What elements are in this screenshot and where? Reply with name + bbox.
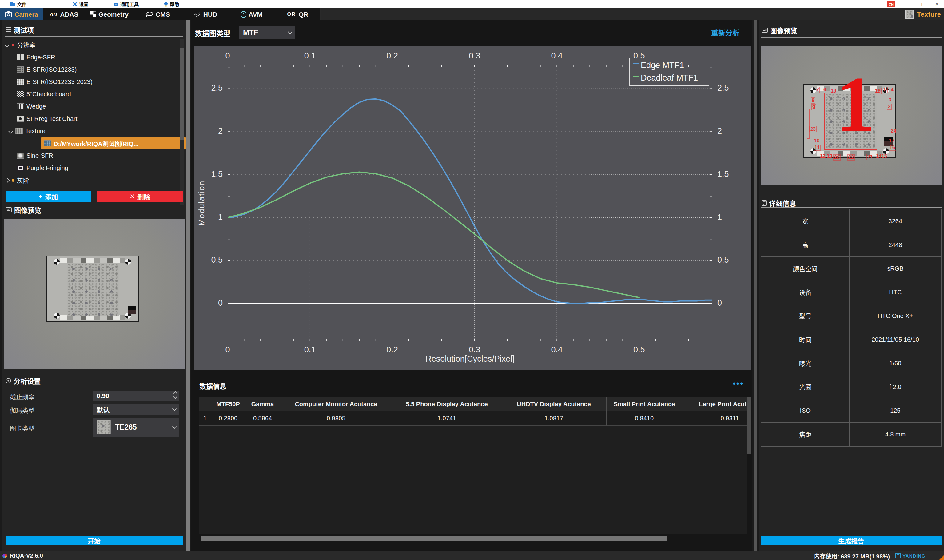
table-row: 10.28000.59640.98051.07411.08170.84100.9… <box>199 411 747 426</box>
bullet-icon <box>12 44 14 46</box>
tree-item-label: Sine-SFR <box>26 152 53 159</box>
tab-hud[interactable]: HUD <box>182 8 229 20</box>
fiducial-marker <box>125 259 131 265</box>
detail-label: 时间 <box>761 328 850 351</box>
axis-tick-label: 0.3 <box>469 51 480 61</box>
tree-item[interactable]: 5°Checkerboard <box>3 88 186 100</box>
delete-button[interactable]: ✕ 删除 <box>97 191 183 202</box>
chart-type-dropdown[interactable]: TE265 <box>93 418 179 437</box>
gray-patch-strip <box>60 258 125 263</box>
close-button[interactable]: ✕ <box>930 0 944 8</box>
tree-scrollbar-thumb[interactable] <box>180 48 184 140</box>
roi-marker: 8 <box>811 97 815 104</box>
exif-detail-table: 宽3264高2448颜色空间sRGB设备HTC型号HTC One X+时间202… <box>761 209 941 446</box>
tree-item[interactable]: Wedge <box>3 100 186 112</box>
spinner-arrows-icon[interactable] <box>174 392 177 398</box>
start-button-label: 开始 <box>88 536 100 545</box>
detail-value: 3264 <box>850 209 941 233</box>
mirror-icon <box>146 12 153 17</box>
vertical-scrollbar-thumb[interactable] <box>747 397 751 454</box>
axis-tick-label: 0.5 <box>194 255 223 265</box>
panel-splitter-left[interactable] <box>186 20 190 551</box>
chevron-down-icon[interactable] <box>5 43 9 47</box>
axis-tick-label: 1 <box>717 212 722 222</box>
chevron-right-icon[interactable] <box>5 178 9 182</box>
menu-settings[interactable]: 设置 <box>72 1 88 8</box>
table-header-cell: Small Print Acutance <box>607 397 682 411</box>
wedge-thumbnail-icon <box>17 103 24 109</box>
minimize-button[interactable]: – <box>902 0 916 8</box>
detail-value: f 2.0 <box>850 375 941 398</box>
divider <box>5 387 183 388</box>
datatype-dropdown[interactable]: MTF <box>239 26 295 39</box>
axis-tick-label: 0.5 <box>633 345 645 355</box>
horizontal-scrollbar-thumb[interactable] <box>202 536 667 541</box>
image-preview-right[interactable]: 1 76191854893223241011171612132022211415 <box>761 46 941 185</box>
roi-marker: 22 <box>847 154 855 160</box>
detail-label: 曝光 <box>761 351 850 375</box>
maximize-button[interactable]: □ <box>916 0 930 8</box>
tree-item[interactable]: E-SFR(ISO12233-2023) <box>3 75 186 88</box>
resize-grip[interactable] <box>939 555 944 560</box>
detail-row: 曝光1/60 <box>761 351 941 375</box>
image-preview-title-left: 图像预览 <box>14 205 41 215</box>
axis-tick-label: 0.2 <box>387 51 398 61</box>
avm-car-icon <box>241 11 246 18</box>
input-method-badge[interactable]: CN <box>887 1 895 7</box>
tree-item-selected[interactable]: D:/MYwork/RIQA测试图/RIQ... <box>41 137 186 149</box>
cutoff-frequency-spinner[interactable]: 0.90 <box>93 391 179 401</box>
chevron-down-icon[interactable] <box>9 129 13 133</box>
tab-adas[interactable]: AD ADAS <box>43 8 85 20</box>
titlebar: 文件 设置 通用工具 帮助 CN – □ ✕ <box>0 0 944 8</box>
start-button[interactable]: 开始 <box>6 536 183 545</box>
roi-marker: 15 <box>881 153 888 159</box>
menu-tools[interactable]: 通用工具 <box>114 1 139 8</box>
roi-marker: 6 <box>822 87 827 93</box>
roi-region <box>891 111 895 142</box>
tree-item[interactable]: 灰阶 <box>3 174 186 186</box>
tree-item[interactable]: 分辨率 <box>3 39 186 51</box>
table-header-cell: 5.5 Phone Display Acutance <box>393 397 501 411</box>
gamma-type-dropdown[interactable]: 默认 <box>93 404 179 415</box>
data-info-table[interactable]: MTF50PGammaComputer Monitor Acutance5.5 … <box>199 397 747 534</box>
tab-camera[interactable]: Camera <box>0 8 43 20</box>
tab-geometry[interactable]: Geometry <box>85 8 134 20</box>
roi-marker: 16 <box>889 145 896 151</box>
axis-tick-label: 1.5 <box>194 169 223 179</box>
axis-tick-label: 0.5 <box>717 255 729 265</box>
divider <box>5 36 183 37</box>
add-button-label: 添加 <box>45 192 58 201</box>
menu-file[interactable]: 文件 <box>11 1 26 8</box>
brand-name: YANDING <box>902 553 926 558</box>
image-index-overlay: 1 <box>834 72 877 135</box>
tree-item[interactable]: E-SFR(ISO12233) <box>3 63 186 75</box>
add-button[interactable]: + 添加 <box>6 191 91 202</box>
roi-marker: 21 <box>867 154 874 160</box>
yanding-logo-icon <box>895 553 901 558</box>
tab-qr[interactable]: ΩR QR <box>275 8 320 20</box>
menu-help[interactable]: 帮助 <box>164 1 179 8</box>
legend-entry: Edge MTF1 <box>633 61 705 70</box>
series-deadleaf-mtf1 <box>228 172 639 297</box>
tab-cms[interactable]: CMS <box>134 8 182 20</box>
tree-item[interactable]: Sine-SFR <box>3 149 186 162</box>
more-options-icon[interactable]: ••• <box>733 379 744 388</box>
cutoff-frequency-value: 0.90 <box>97 392 109 400</box>
tree-scrollbar[interactable] <box>180 39 184 205</box>
tree-item[interactable]: Purple Fringing <box>3 162 186 174</box>
legend-color-dash <box>633 63 639 64</box>
image-preview-left[interactable] <box>4 219 185 369</box>
tree-item[interactable]: Edge-SFR <box>3 51 186 63</box>
mtf-chart[interactable]: Modulation Resolution[Cycles/Pixel] Edge… <box>194 46 750 370</box>
reanalyze-link[interactable]: 重新分析 <box>711 27 739 37</box>
generate-report-button[interactable]: 生成报告 <box>761 536 941 545</box>
tree-item[interactable]: Texture <box>3 125 186 137</box>
app-logo-icon <box>3 554 7 558</box>
detail-row: 颜色空间sRGB <box>761 257 941 280</box>
axis-tick-label: 0 <box>225 51 230 61</box>
axis-tick-label: 0 <box>194 298 223 308</box>
panel-splitter-right[interactable] <box>754 20 757 551</box>
tree-item[interactable]: SFRreg Test Chart <box>3 112 186 125</box>
detail-row: 设备HTC <box>761 280 941 304</box>
tab-avm[interactable]: AVM <box>229 8 275 20</box>
